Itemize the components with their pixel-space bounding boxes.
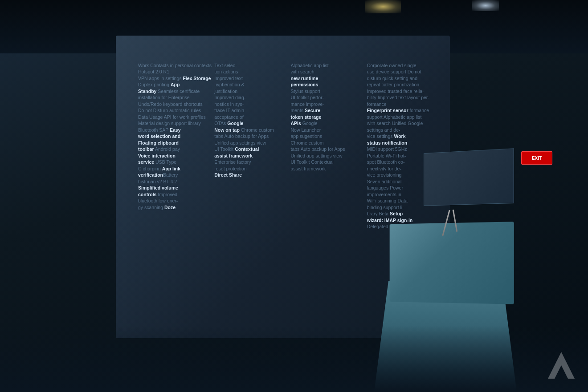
text-segment: MIDI support 5GHzPortable Wi-Fi hot-spot…: [367, 146, 408, 216]
text-segment: Seamless certificateinstallation for Ent…: [138, 89, 206, 133]
floor-area: [0, 325, 588, 392]
text-column-3: Alphabetic app listwith searchnew runtim…: [291, 62, 365, 325]
text-segment: Work Contacts in personal contexts: [138, 63, 212, 68]
scene: Work Contacts in personal contexts Hotsp…: [0, 0, 588, 392]
text-segment-bold: Flex Storage: [183, 76, 211, 81]
exit-sign: EXIT: [521, 151, 552, 165]
text-column-2: Text selec-tion actionsImproved texthyph…: [214, 62, 288, 325]
text-column-1: Work Contacts in personal contexts Hotsp…: [138, 62, 212, 325]
text-segment: Enterprise factoryreset protection: [214, 159, 251, 171]
verge-chevron: [548, 352, 575, 379]
text-segment-bold: new runtimepermissions: [291, 76, 318, 87]
podium-top: [390, 222, 514, 304]
text-segment: Text selec-tion actionsImproved texthyph…: [214, 63, 245, 126]
ceiling-light-1: [365, 0, 401, 13]
text-segment: Hotspot 2.0 R1: [138, 69, 169, 74]
text-segment: Duplex printing: [138, 82, 171, 87]
text-segment: VPN apps in settings: [138, 76, 183, 81]
ceiling-light-2: [472, 0, 499, 11]
podium-screen: [424, 148, 514, 206]
text-segment-bold: Doze: [164, 205, 176, 210]
watermark-logo: [543, 348, 579, 383]
text-segment-bold: Fingerprint sensor: [367, 108, 408, 113]
text-segment: Android pay: [154, 146, 180, 152]
verge-logo-svg: [543, 348, 579, 383]
text-segment: GoogleNow Launcherapp sugestionsChrome c…: [291, 121, 345, 171]
text-segment: Do notdisturb quick setting andrepeat ca…: [367, 69, 429, 106]
text-segment-bold: Direct Share: [214, 172, 242, 178]
text-segment: Alphabetic app listwith search: [291, 63, 329, 74]
exit-sign-text: EXIT: [532, 156, 542, 161]
